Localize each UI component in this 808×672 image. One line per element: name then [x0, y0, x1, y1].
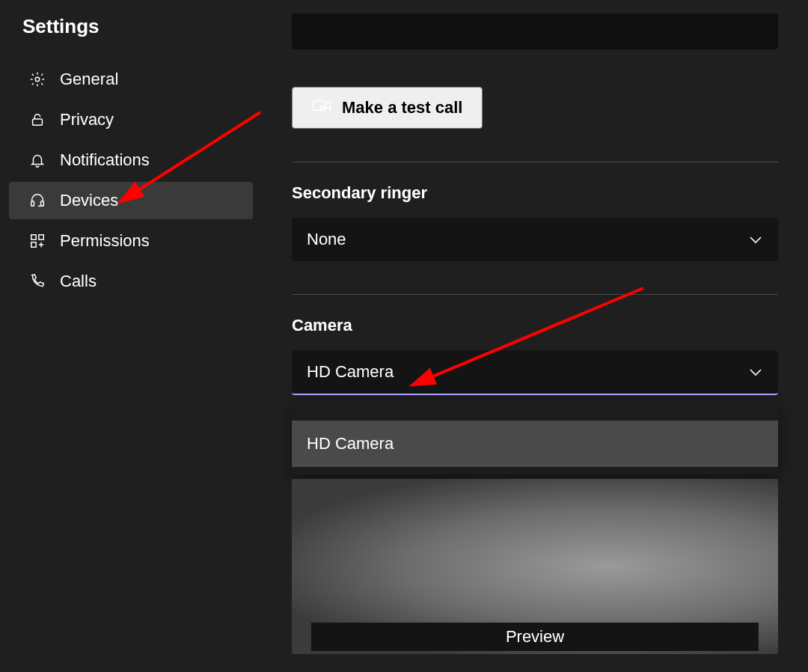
- secondary-ringer-select[interactable]: None: [292, 218, 778, 261]
- divider: [292, 162, 778, 162]
- sidebar-item-permissions[interactable]: Permissions: [9, 222, 253, 260]
- gear-icon: [28, 70, 46, 88]
- button-label: Make a test call: [342, 98, 462, 117]
- settings-main: Make a test call Secondary ringer None C…: [262, 0, 808, 672]
- settings-sidebar: Settings General Privacy Notifications D…: [0, 0, 262, 672]
- preview-label: Preview: [311, 623, 759, 651]
- camera-select[interactable]: HD Camera: [292, 350, 778, 395]
- bell-icon: [28, 151, 46, 169]
- apps-icon: [28, 232, 46, 250]
- chevron-down-icon: [748, 230, 763, 249]
- sidebar-item-general[interactable]: General: [9, 61, 253, 98]
- make-test-call-button[interactable]: Make a test call: [292, 87, 483, 129]
- sidebar-item-label: Privacy: [60, 110, 114, 129]
- sidebar-item-privacy[interactable]: Privacy: [9, 101, 253, 138]
- phone-icon: [28, 272, 46, 290]
- svg-rect-6: [31, 242, 36, 247]
- svg-point-8: [320, 106, 323, 109]
- camera-label: Camera: [292, 316, 778, 335]
- sidebar-item-label: Notifications: [60, 150, 150, 170]
- chevron-down-icon: [748, 362, 763, 382]
- headset-icon: [28, 192, 46, 210]
- svg-rect-1: [33, 119, 43, 125]
- page-title: Settings: [0, 10, 262, 61]
- svg-rect-5: [39, 235, 43, 239]
- select-value: HD Camera: [307, 362, 394, 382]
- svg-rect-7: [313, 101, 325, 111]
- camera-phone-icon: [312, 98, 331, 117]
- svg-rect-3: [41, 201, 44, 206]
- sidebar-item-label: Permissions: [60, 231, 150, 251]
- sidebar-item-notifications[interactable]: Notifications: [9, 141, 253, 179]
- sidebar-item-label: Calls: [60, 272, 97, 291]
- divider: [292, 294, 778, 295]
- camera-option-hd[interactable]: HD Camera: [292, 421, 778, 467]
- select-value: None: [307, 230, 346, 249]
- sidebar-item-devices[interactable]: Devices: [9, 182, 253, 219]
- secondary-ringer-label: Secondary ringer: [292, 183, 778, 203]
- svg-rect-4: [31, 235, 36, 239]
- camera-preview: Preview: [292, 479, 778, 654]
- sidebar-item-calls[interactable]: Calls: [9, 263, 253, 300]
- speaker-select-partial[interactable]: [292, 13, 778, 49]
- sidebar-item-label: Devices: [60, 191, 118, 210]
- sidebar-item-label: General: [60, 70, 118, 89]
- svg-rect-2: [31, 201, 34, 206]
- svg-point-0: [35, 77, 40, 82]
- camera-dropdown: HD Camera: [292, 398, 778, 474]
- lock-icon: [28, 111, 46, 129]
